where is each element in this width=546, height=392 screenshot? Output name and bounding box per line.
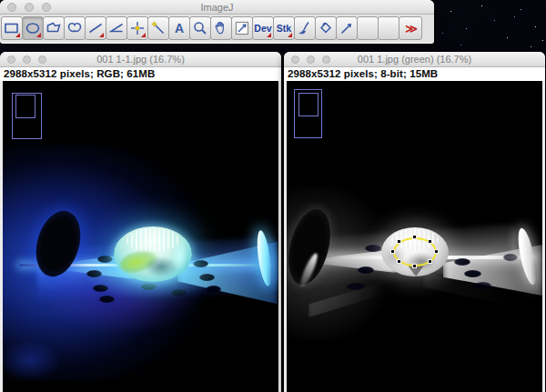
stage-hole <box>474 282 491 289</box>
zoom-position-indicator <box>294 89 322 138</box>
oval-tool-button[interactable] <box>22 16 44 40</box>
right-image-window: 001 1.jpg (green) (16.7%) 2988x5312 pixe… <box>284 52 545 392</box>
freehand-tool-button[interactable] <box>64 16 86 40</box>
stacks-menu-label: Stk <box>277 23 291 34</box>
roi-handle-se[interactable] <box>428 259 432 264</box>
point-tool-button[interactable] <box>126 16 148 40</box>
wand-icon <box>149 19 167 37</box>
imagej-titlebar[interactable]: ImageJ <box>0 0 434 15</box>
color-picker-tool-button[interactable] <box>231 16 253 40</box>
polygon-icon <box>45 19 63 37</box>
right-window-title: 001 1.jpg (green) (16.7%) <box>284 54 545 65</box>
line-icon <box>86 19 105 37</box>
stacks-menu-button[interactable]: Stk <box>273 16 295 40</box>
wand-tool-button[interactable] <box>147 16 169 40</box>
imagej-toolbar: A Dev Stk ≫ <box>0 15 434 42</box>
polygon-tool-button[interactable] <box>43 16 65 40</box>
text-tool-button[interactable]: A <box>168 16 190 40</box>
stage-hole <box>365 245 381 252</box>
flood-fill-icon <box>317 19 335 37</box>
roi-handle-n[interactable] <box>412 235 417 239</box>
spare-tool-slot[interactable] <box>378 16 399 40</box>
angle-icon <box>107 19 126 37</box>
flood-fill-tool-button[interactable] <box>315 16 337 40</box>
roi-handle-ne[interactable] <box>428 239 432 244</box>
svg-text:A: A <box>175 21 184 35</box>
zoom-visible-region <box>15 95 35 118</box>
color-picker-icon <box>233 19 251 37</box>
right-image-infobar: 2988x5312 pixels; 8-bit; 15MB <box>284 67 545 81</box>
freehand-icon <box>66 19 84 37</box>
hand-icon <box>212 19 230 37</box>
rectangle-icon <box>3 19 21 37</box>
left-image-canvas[interactable] <box>3 81 278 392</box>
roi-handle-e[interactable] <box>434 249 439 254</box>
spare-tool-slot[interactable] <box>357 16 379 40</box>
angle-tool-button[interactable] <box>106 16 127 40</box>
magnifier-icon <box>191 19 209 37</box>
hand-tool-button[interactable] <box>210 16 232 40</box>
zoom-position-indicator <box>12 93 42 139</box>
stage-hole <box>464 270 481 277</box>
right-window-titlebar[interactable]: 001 1.jpg (green) (16.7%) <box>284 52 545 67</box>
text-icon: A <box>170 19 188 37</box>
dev-menu-label: Dev <box>254 23 271 34</box>
stage-hole <box>358 266 374 274</box>
dev-menu-button[interactable]: Dev <box>252 16 274 40</box>
point-icon <box>128 19 147 37</box>
roi-handle-sw[interactable] <box>397 259 401 264</box>
stage-hole <box>347 283 365 290</box>
paintbrush-icon <box>296 19 314 37</box>
more-tools-button[interactable]: ≫ <box>399 16 422 40</box>
droplet-rim-highlight <box>172 241 187 270</box>
left-image-window: 001 1-1.jpg (16.7%) 2988x5312 pixels; RG… <box>0 52 281 392</box>
rectangle-tool-button[interactable] <box>1 16 23 40</box>
stray-light-blob <box>3 340 62 381</box>
arrow-icon <box>338 19 356 37</box>
imagej-main-window: ImageJ <box>0 0 434 44</box>
imagej-window-title: ImageJ <box>0 2 434 13</box>
left-window-title: 001 1-1.jpg (16.7%) <box>0 54 281 65</box>
droplet <box>114 226 192 282</box>
left-window-titlebar[interactable]: 001 1-1.jpg (16.7%) <box>0 52 281 67</box>
right-image-canvas[interactable] <box>287 81 542 392</box>
left-image-infobar: 2988x5312 pixels; RGB; 61MB <box>0 67 281 81</box>
zoom-tool-button[interactable] <box>189 16 211 40</box>
stage-hole <box>454 258 470 266</box>
stage-hole <box>503 254 518 261</box>
roi-handle-w[interactable] <box>390 249 395 254</box>
oval-icon <box>24 19 42 37</box>
paintbrush-tool-button[interactable] <box>294 16 316 40</box>
roi-handle-nw[interactable] <box>397 239 401 244</box>
line-tool-button[interactable] <box>85 16 106 40</box>
more-tools-icon: ≫ <box>405 22 416 35</box>
roi-handle-s[interactable] <box>412 264 417 268</box>
arrow-tool-button[interactable] <box>336 16 358 40</box>
droplet-striations <box>126 228 179 252</box>
zoom-visible-region <box>298 93 318 116</box>
